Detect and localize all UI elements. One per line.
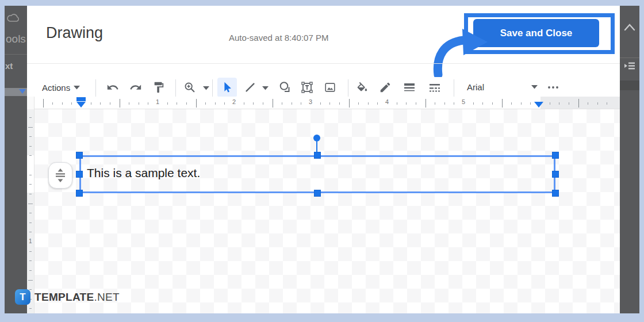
ruler-tick <box>397 102 397 105</box>
line-weight-button[interactable] <box>400 78 419 97</box>
ruler-tick <box>100 102 101 105</box>
ruler-tick <box>530 102 531 105</box>
resize-handle[interactable] <box>552 171 559 178</box>
ruler-tick <box>29 117 32 118</box>
line-dash-icon <box>428 80 442 94</box>
ruler-tick <box>71 102 72 105</box>
left-margin-marker-bar[interactable] <box>76 97 86 101</box>
actions-menu-button[interactable]: Actions <box>42 78 80 97</box>
ruler-number: 3 <box>309 98 312 105</box>
ruler-tick <box>358 102 359 105</box>
ruler-tick <box>29 223 32 223</box>
ruler-tick <box>263 102 263 105</box>
redo-button[interactable] <box>126 78 145 97</box>
ruler-tick <box>29 251 32 252</box>
document-outline-icon[interactable] <box>624 61 635 71</box>
line-tool-button[interactable] <box>240 78 260 97</box>
ruler-tick <box>43 99 44 108</box>
resize-handle[interactable] <box>76 152 83 159</box>
resize-handle[interactable] <box>552 190 559 197</box>
vertical-ruler-selection-highlight <box>27 155 34 193</box>
toolbar-divider <box>175 79 176 97</box>
chevron-up-icon[interactable] <box>623 22 636 33</box>
ruler-tick <box>28 280 33 281</box>
screenshot-root: ools xt Drawing Auto-saved at 8:40:07 PM… <box>0 0 644 322</box>
resize-handle[interactable] <box>76 171 83 178</box>
shape-tool-button[interactable] <box>275 78 295 97</box>
actions-label: Actions <box>42 83 70 93</box>
left-margin-marker[interactable] <box>76 102 86 108</box>
horizontal-ruler[interactable]: 12345 <box>34 97 620 109</box>
ruler-out-of-page-area <box>540 97 620 109</box>
resize-handle[interactable] <box>552 152 559 159</box>
font-family-select[interactable]: Arial <box>462 78 542 97</box>
ruler-tick <box>406 102 407 105</box>
drawing-dialog: Drawing Auto-saved at 8:40:07 PM Save an… <box>27 6 620 313</box>
line-color-button[interactable] <box>375 78 395 97</box>
rotation-handle-stem <box>316 141 317 152</box>
ruler-corner <box>27 97 34 109</box>
ruler-tick <box>282 102 282 105</box>
ellipsis-icon <box>546 80 560 94</box>
cursor-arrow-icon <box>221 81 233 94</box>
zoom-in-icon <box>183 81 196 94</box>
drawing-canvas[interactable]: This is a sample text. <box>34 109 620 313</box>
resize-handle[interactable] <box>314 190 321 197</box>
cloud-icon <box>7 13 20 22</box>
pencil-icon <box>379 81 392 94</box>
background-menu-fragment-tools: ools <box>6 33 26 45</box>
ruler-tick <box>253 102 254 105</box>
line-spacing-button[interactable] <box>48 162 72 189</box>
ruler-tick <box>329 102 330 105</box>
image-tool-button[interactable] <box>320 78 340 97</box>
chevron-down-icon <box>262 86 269 90</box>
undo-button[interactable] <box>103 78 122 97</box>
text-box-tool-button[interactable] <box>297 78 317 97</box>
toolbar-divider <box>348 79 348 97</box>
ruler-tick <box>597 102 598 105</box>
paint-format-button[interactable] <box>149 78 168 97</box>
ruler-number: 1 <box>156 98 159 105</box>
ruler-tick <box>139 102 139 105</box>
shape-icon <box>278 80 292 94</box>
ruler-tick <box>569 102 569 105</box>
ruler-tick <box>29 175 32 175</box>
ruler-tick <box>196 99 197 108</box>
ruler-tick <box>215 102 216 105</box>
right-margin-marker[interactable] <box>534 102 543 108</box>
ruler-tick <box>454 102 454 105</box>
resize-handle[interactable] <box>314 152 321 159</box>
select-tool-button[interactable] <box>217 78 237 97</box>
ruler-tick <box>29 213 32 213</box>
line-dropdown-caret[interactable] <box>260 82 270 93</box>
ruler-tick <box>377 102 378 105</box>
annotation-arrow <box>396 16 492 77</box>
ruler-tick <box>416 102 416 105</box>
ruler-tick <box>435 102 435 105</box>
ruler-tick <box>29 155 32 156</box>
rotation-handle[interactable] <box>313 135 320 141</box>
ruler-tick <box>91 102 91 105</box>
ruler-number: 4 <box>385 98 389 105</box>
line-dash-button[interactable] <box>425 78 444 97</box>
more-options-button[interactable] <box>543 78 563 97</box>
zoom-dropdown-caret[interactable] <box>201 82 210 93</box>
ruler-tick <box>148 102 148 105</box>
ruler-tick <box>129 102 129 105</box>
selected-text-box[interactable]: This is a sample text. <box>79 155 555 193</box>
ruler-number: 5 <box>462 98 465 105</box>
ruler-tick <box>177 102 177 105</box>
zoom-button[interactable] <box>180 78 200 97</box>
dimmed-background-left: ools xt <box>5 6 27 313</box>
font-name-label: Arial <box>467 82 484 92</box>
ruler-tick <box>320 102 321 105</box>
ruler-tick <box>511 102 512 105</box>
background-ruler-marker <box>19 89 26 94</box>
redo-icon <box>129 81 142 94</box>
background-ruler-fragment <box>5 88 27 96</box>
resize-handle[interactable] <box>76 190 83 197</box>
ruler-tick <box>301 102 301 105</box>
fill-color-button[interactable] <box>352 78 372 97</box>
vertical-ruler[interactable]: 1 <box>27 109 34 313</box>
template-net-logo: T <box>15 289 30 305</box>
